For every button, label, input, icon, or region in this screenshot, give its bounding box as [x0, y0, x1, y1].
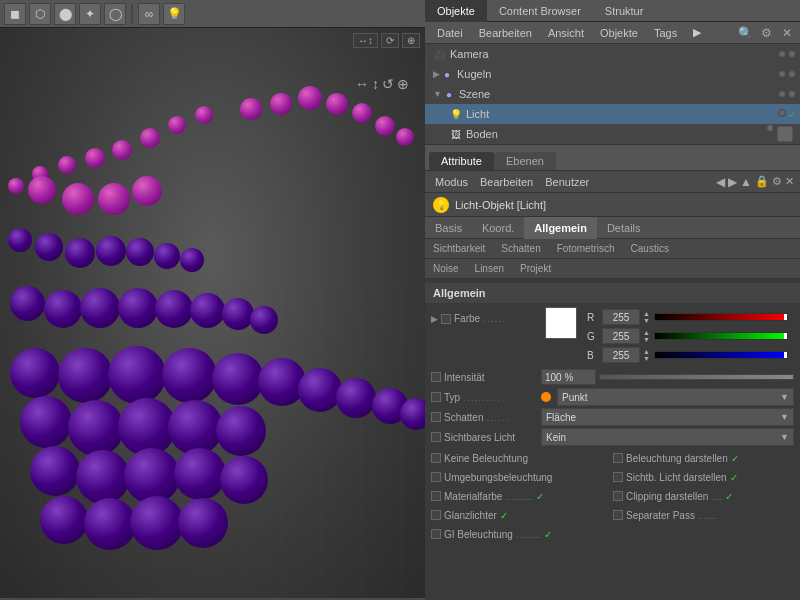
gi-beleuchtung-checkbox[interactable] [431, 529, 441, 539]
tab-objekte[interactable]: Objekte [425, 0, 487, 22]
tab-noise[interactable]: Noise [425, 259, 467, 279]
arrow-right-icon[interactable]: ▶ [728, 175, 737, 189]
intensitaet-bar[interactable] [599, 374, 794, 380]
lock-icon[interactable]: 🔒 [755, 175, 769, 188]
sichtb-licht-darstellen-row: Sichtb. Licht darstellen ✓ [613, 468, 794, 486]
sichtbares-licht-dropdown[interactable]: Kein ▼ [541, 428, 794, 446]
menu-objekte[interactable]: Objekte [592, 25, 646, 41]
tab-content-browser[interactable]: Content Browser [487, 0, 593, 22]
nav-arrows4[interactable]: ⊕ [397, 76, 409, 92]
channel-r-bar[interactable] [654, 313, 788, 321]
menu-tags[interactable]: Tags [646, 25, 685, 41]
dot-orange [541, 392, 551, 402]
settings-icon[interactable]: ⚙ [757, 24, 775, 42]
tree-row-kamera[interactable]: 🎥 Kamera [425, 44, 800, 64]
channel-g-spinner[interactable]: ▲ ▼ [643, 329, 651, 343]
menu-ansicht[interactable]: Ansicht [540, 25, 592, 41]
materialfarbe-check: ✓ [536, 491, 544, 502]
kugeln-dot2 [788, 70, 796, 78]
arrow-up-icon[interactable]: ▲ [740, 175, 752, 189]
sichtbares-licht-checkbox[interactable] [431, 432, 441, 442]
intensitaet-input[interactable]: 100 % [541, 369, 596, 385]
schatten-dropdown[interactable]: Fläche ▼ [541, 408, 794, 426]
separater-pass-label: Separater Pass [626, 510, 695, 521]
tree-row-szene[interactable]: ▼ ● Szene [425, 84, 800, 104]
expand-farbe-icon[interactable]: ▶ [431, 314, 438, 324]
channel-b-spinner[interactable]: ▲ ▼ [643, 348, 651, 362]
menu-bearbeiten[interactable]: Bearbeiten [471, 25, 540, 41]
tab-basis[interactable]: Basis [425, 217, 472, 239]
close-icon[interactable]: ✕ [778, 24, 796, 42]
szene-arrow[interactable]: ▼ [433, 89, 442, 99]
arrow-left-icon[interactable]: ◀ [716, 175, 725, 189]
channel-b-bar[interactable] [654, 351, 788, 359]
gi-beleuchtung-row: GI Beleuchtung ......... ✓ [431, 525, 612, 543]
toolbar-icon-1[interactable]: ⬡ [29, 3, 51, 25]
toolbar-icon-2[interactable]: ⬤ [54, 3, 76, 25]
nav-arrows3[interactable]: ↺ [382, 76, 394, 92]
kugeln-arrow[interactable]: ▶ [433, 69, 440, 79]
sichtb-licht-darstellen-checkbox[interactable] [613, 472, 623, 482]
top-tab-bar: Objekte Content Browser Struktur [425, 0, 800, 22]
keine-beleuchtung-checkbox[interactable] [431, 453, 441, 463]
channel-r-spinner[interactable]: ▲ ▼ [643, 310, 651, 324]
umgebungsbeleuchtung-checkbox[interactable] [431, 472, 441, 482]
glanzlichter-checkbox[interactable] [431, 510, 441, 520]
settings2-icon[interactable]: ⚙ [772, 175, 782, 188]
tab-caustics[interactable]: Caustics [623, 239, 677, 259]
tab-koord[interactable]: Koord. [472, 217, 524, 239]
search-icon[interactable]: 🔍 [736, 24, 754, 42]
farbe-checkbox[interactable] [441, 314, 451, 324]
nav-arrows[interactable]: ↔ [355, 76, 369, 92]
menu-datei[interactable]: Datei [429, 25, 471, 41]
tab-fotometrisch[interactable]: Fotometrisch [549, 239, 623, 259]
schatten-checkbox[interactable] [431, 412, 441, 422]
nav-arrows2[interactable]: ↕ [372, 76, 379, 92]
clipping-darstellen-check: ✓ [725, 491, 733, 502]
typ-dropdown[interactable]: Punkt ▼ [557, 388, 794, 406]
channel-g-value[interactable]: 255 [602, 328, 640, 344]
toolbar-benutzer[interactable]: Benutzer [541, 176, 593, 188]
tree-row-kugeln[interactable]: ▶ ● Kugeln [425, 64, 800, 84]
toolbar-icon-3[interactable]: ✦ [79, 3, 101, 25]
tab-sichtbarkeit[interactable]: Sichtbarkeit [425, 239, 493, 259]
toolbar-modus[interactable]: Modus [431, 176, 472, 188]
toolbar-icon-5[interactable]: ∞ [138, 3, 160, 25]
section-allgemein: Allgemein [425, 283, 800, 303]
tab-ebenen[interactable]: Ebenen [494, 152, 556, 170]
close2-icon[interactable]: ✕ [785, 175, 794, 188]
tab-linsen[interactable]: Linsen [467, 259, 512, 279]
toolbar-icon-0[interactable]: ◼ [4, 3, 26, 25]
clipping-darstellen-checkbox[interactable] [613, 491, 623, 501]
tab-details[interactable]: Details [597, 217, 651, 239]
tab-projekt[interactable]: Projekt [512, 259, 559, 279]
tab-schatten[interactable]: Schatten [493, 239, 548, 259]
tab-struktur[interactable]: Struktur [593, 0, 656, 22]
clipping-darstellen-dots: .... [711, 491, 722, 502]
props-content: Allgemein ▶ Farbe ...... R 255 ▲ [425, 279, 800, 600]
tab-attribute[interactable]: Attribute [429, 152, 494, 170]
tab-allgemein[interactable]: Allgemein [524, 217, 597, 239]
separater-pass-checkbox[interactable] [613, 510, 623, 520]
materialfarbe-checkbox[interactable] [431, 491, 441, 501]
channel-g-bar[interactable] [654, 332, 788, 340]
channel-r-value[interactable]: 255 [602, 309, 640, 325]
typ-checkbox[interactable] [431, 392, 441, 402]
intensitaet-checkbox[interactable] [431, 372, 441, 382]
tree-row-boden[interactable]: 🖼 Boden [425, 124, 800, 144]
viewport-navigate[interactable]: ↔↕ [353, 33, 378, 48]
channel-b-value[interactable]: 255 [602, 347, 640, 363]
viewport-zoom[interactable]: ⊕ [402, 33, 420, 48]
toolbar-icon-6[interactable]: 💡 [163, 3, 185, 25]
channel-b-row: B 255 ▲ ▼ [581, 346, 794, 364]
svg-rect-0 [0, 285, 425, 599]
toolbar-bearbeiten[interactable]: Bearbeiten [476, 176, 537, 188]
farbe-swatch[interactable] [545, 307, 577, 339]
tree-row-licht[interactable]: 💡 Licht ✓ [425, 104, 800, 124]
menu-more[interactable]: ▶ [685, 24, 709, 41]
viewport-3d[interactable]: ↔↕ ⟳ ⊕ ↔ ↕ ↺ ⊕ [0, 28, 425, 598]
beleuchtung-darstellen-checkbox[interactable] [613, 453, 623, 463]
materialfarbe-label: Materialfarbe [444, 491, 502, 502]
viewport-rotate[interactable]: ⟳ [381, 33, 399, 48]
toolbar-icon-4[interactable]: ◯ [104, 3, 126, 25]
